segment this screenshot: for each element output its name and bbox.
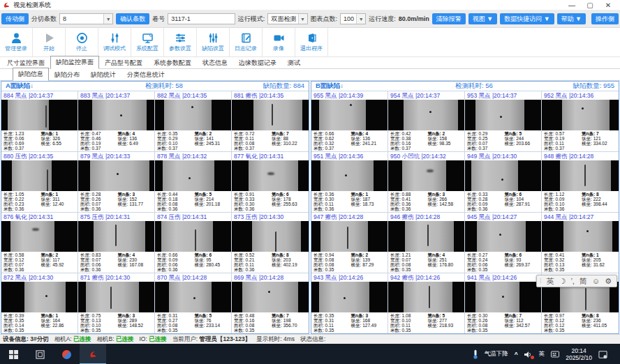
toolbar-button-debug[interactable]: 调试模式 [98,28,131,56]
toolbar-button-log[interactable]: 日志记录 [230,28,263,56]
defect-cell-944[interactable]: 944 黑点 |20:14:27长度: 0.41宽度: 0.32面积: 0.13… [542,213,619,273]
ime-settings-button[interactable]: ⚙ [605,277,612,286]
taskbar-app-browser[interactable] [53,344,80,364]
roll-number-input[interactable]: 3117-1 [168,13,235,24]
main-tab-4[interactable]: 状态信息 [197,56,233,69]
defect-cell-870[interactable]: 870 黑点 |20:14:28长度: 0.31宽度: 0.27面积: 0.08… [155,273,232,334]
sub-tab-3[interactable]: 分类信息统计 [121,68,170,81]
meta-strip: 第n条: 5 [428,313,462,318]
defect-cell-880[interactable]: 880 压伤 |20:14:35长度: 1.05宽度: 0.22面积: 0.23… [1,152,78,213]
defect-cell-871[interactable]: 871 擦伤 |20:14:30长度: 0.75宽度: 0.13面积: 0.10… [78,273,155,334]
defect-cell-879[interactable]: 879 黑点 |20:14:33长度: 0.28宽度: 0.26面积: 0.07… [78,152,155,213]
defect-cell-941[interactable]: 941 黑点 |20:14:26长度: 0.30宽度: 0.26面积: 0.08… [465,273,542,334]
ime-fullhalf-toggle[interactable]: ☽ [559,277,566,286]
sub-tab-1[interactable]: 缺陷分布 [49,68,85,81]
help-menu-button[interactable]: 帮助 ▼ [557,13,586,24]
defect-cell-883[interactable]: 883 黑点 |20:14:37长度: 0.47宽度: 0.46面积: 0.19… [78,91,155,152]
data-quick-access-button[interactable]: 数据快捷访问 ▼ [500,13,554,24]
play-icon [43,32,55,44]
defect-cell-875[interactable]: 875 压伤 |20:14:31长度: 0.83宽度: 0.07面积: 0.06… [78,213,155,273]
ime-drag-handle[interactable]: ⁞ [540,278,542,285]
defect-image [311,100,388,130]
toolbar-button-play[interactable]: 开始 [33,28,66,56]
defect-mark [117,173,119,175]
defect-cell-947[interactable]: 947 擦伤 |20:14:28长度: 0.94宽度: 0.08面积: 0.08… [311,213,388,273]
weather-text[interactable]: 气温下降 [485,350,508,358]
ime-simplified-toggle[interactable]: 简 [580,276,587,287]
defect-cell-877[interactable]: 877 氧化 |20:14:31长度: 0.91宽度: 0.33面积: 0.30… [232,152,309,213]
defect-cell-876[interactable]: 876 氧化 |20:14:31长度: 0.58宽度: 0.12面积: 0.07… [1,213,78,273]
meta-xcoord: 横坐: 18.73 [351,202,385,206]
defect-cell-873[interactable]: 873 压伤 |20:14:30长度: 0.52宽度: 0.21面积: 0.11… [232,213,309,273]
meta-strip: 第n条: 5 [195,313,229,318]
taskbar-clock[interactable]: 20:14 2025/2/10 [566,347,592,361]
ime-keyboard-icon[interactable] [551,350,559,358]
ime-punctuation-toggle[interactable]: ’, [570,277,575,285]
defect-cell-945[interactable]: 945 黑点 |20:14:27长度: 0.27宽度: 0.24面积: 0.06… [465,213,542,273]
main-tab-2[interactable]: 产品型号配置 [99,56,148,69]
toolbar-button-stop[interactable]: 停止 [66,28,98,56]
meta-xcoord: 横坐: 167.08 [118,262,152,267]
toolbar-button-params[interactable]: 参数设置 [164,28,197,56]
confirm-count-button[interactable]: 确认条数 [116,13,149,24]
operation-side-button[interactable]: 操作侧 [591,13,619,24]
meta-xcoord: 横坐: 12.40 [41,202,75,206]
defect-cell-954[interactable]: 954 黑点 |20:14:37长度: 0.42宽度: 0.38面积: 0.16… [388,91,465,152]
view-menu-button[interactable]: 视图 ▼ [468,13,497,24]
ime-emoji-button[interactable]: ☺ [592,277,600,285]
defect-cell-948[interactable]: 948 擦伤 |20:14:28长度: 1.12宽度: 0.09面积: 0.10… [542,152,619,213]
taskbar-app-detection-system[interactable] [80,344,106,364]
meta-ycoord: 纵坐: 178 [272,197,307,202]
defect-cell-951[interactable]: 951 黑点 |20:14:36长度: 0.36宽度: 0.30面积: 0.11… [311,152,388,213]
minimize-button[interactable]: — [563,1,581,10]
meta-len: 长度: 0.35 [157,131,195,136]
defect-cell-949[interactable]: 949 黑点 |20:14:30长度: 0.33宽度: 0.28面积: 0.09… [465,152,542,213]
defect-cell-881[interactable]: 881 擦伤 |20:14:35长度: 0.72宽度: 0.11面积: 0.08… [232,91,309,152]
defect-image [1,282,78,312]
sub-tab-0[interactable]: 缺陷信息 [13,68,49,81]
defect-cell-946[interactable]: 946 擦伤 |20:14:28长度: 1.21宽度: 0.07面积: 0.08… [388,213,465,273]
close-button[interactable]: ✕ [599,1,617,10]
defect-cell-872[interactable]: 872 黑点 |20:14:30长度: 0.39宽度: 0.35面积: 0.14… [1,273,78,334]
toolbar-button-monitor[interactable]: 系统配置 [131,28,164,56]
defect-cell-878[interactable]: 878 黑点 |20:14:32长度: 0.44宽度: 0.18面积: 0.08… [155,152,232,213]
ime-floating-bar[interactable]: ⁞英☽’,简☺⚙ [536,275,617,287]
main-tab-1[interactable]: 缺陷监控界面 [50,56,99,69]
slit-count-select[interactable]: 8 ▼ [59,13,113,24]
ime-lang-toggle[interactable]: 英 [547,276,554,287]
defect-cell-953[interactable]: 953 黑点 |20:14:37长度: 0.29宽度: 0.25面积: 0.07… [465,91,542,152]
chart-points-select[interactable]: 100 ▼ [340,13,366,24]
ime-language-indicator[interactable]: 英 [539,350,545,358]
drive-side-button[interactable]: 传动侧 [1,13,29,24]
main-tab-5[interactable]: 边缘数据记录 [233,56,282,69]
defect-cell-950[interactable]: 950 小凹坑 |20:14:32长度: 0.88宽度: 0.41面积: 0.3… [388,152,465,213]
run-mode-select[interactable]: 双面检测 ▼ [267,13,307,24]
defect-cell-955[interactable]: 955 黑点 |20:14:39长度: 0.66宽度: 0.62面积: 0.32… [311,91,388,152]
volume-button[interactable] [524,351,533,358]
start-button[interactable] [0,344,27,364]
defect-metadata: 长度: 0.31宽度: 0.27面积: 0.08米数: 0.35第n条: 5纵坐… [155,312,231,333]
meta-wid: 宽度: 0.22 [3,197,41,202]
defect-cell-header: 949 黑点 |20:14:30 [465,152,541,160]
tray-expand-arrow[interactable]: ^ [515,351,518,358]
defect-cell-header: 879 黑点 |20:14:33 [78,152,154,160]
main-tab-3[interactable]: 系统参数配置 [148,56,197,69]
defect-cell-952[interactable]: 952 黑点 |20:14:36长度: 0.57宽度: 0.19面积: 0.11… [542,91,619,152]
defect-cell-942[interactable]: 942 擦伤 |20:14:26长度: 1.08宽度: 0.10面积: 0.11… [388,273,465,334]
toolbar-button-defect[interactable]: 缺陷设置 [197,28,230,56]
sub-tab-2[interactable]: 缺陷统计 [85,68,121,81]
defect-cell-869[interactable]: 869 黑点 |20:14:28长度: 0.48宽度: 0.16面积: 0.08… [232,273,309,334]
toolbar-button-camera[interactable]: 录像 [263,28,295,56]
clear-alarm-button[interactable]: 清除报警 [432,13,466,24]
toolbar-button-label: 调试模式 [103,45,126,52]
main-tab-6[interactable]: 测试 [282,56,306,69]
defect-cell-874[interactable]: 874 压伤 |20:14:31长度: 0.66宽度: 0.09面积: 0.06… [155,213,232,273]
notification-center-icon[interactable] [598,350,607,359]
toolbar-button-person[interactable]: 管理登录 [0,28,33,56]
toolbar-button-exit[interactable]: 退出程序 [295,28,328,56]
task-view-button[interactable] [27,344,53,364]
defect-cell-884[interactable]: 884 黑点 |20:14:37长度: 1.23宽度: 0.06面积: 0.69… [1,91,78,152]
defect-cell-882[interactable]: 882 黑点 |20:14:35长度: 0.35宽度: 0.29面积: 0.10… [155,91,232,152]
maximize-button[interactable]: ▢ [581,1,599,10]
defect-cell-943[interactable]: 943 黑点 |20:14:26长度: 0.35宽度: 0.31面积: 0.11… [311,273,388,334]
